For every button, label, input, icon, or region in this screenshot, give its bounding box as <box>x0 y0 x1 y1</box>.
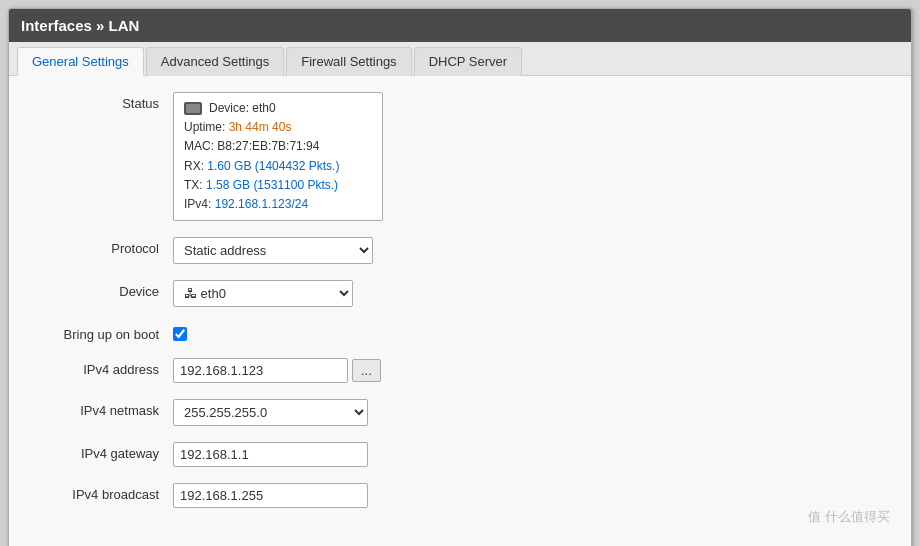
watermark: 值 什么值得买 <box>808 508 890 526</box>
ipv4-address-label: IPv4 address <box>33 358 173 377</box>
device-row: Device 🖧 eth0 eth1 <box>33 280 887 307</box>
bring-up-checkbox[interactable] <box>173 327 187 341</box>
ipv4-address-wrap: ... <box>173 358 381 383</box>
status-tx: TX: 1.58 GB (1531100 Pkts.) <box>184 176 372 195</box>
device-select[interactable]: 🖧 eth0 eth1 <box>173 280 353 307</box>
tab-general[interactable]: General Settings <box>17 47 144 76</box>
device-label: Device <box>33 280 173 299</box>
status-uptime: Uptime: 3h 44m 40s <box>184 118 372 137</box>
tab-advanced[interactable]: Advanced Settings <box>146 47 284 76</box>
status-label: Status <box>33 92 173 111</box>
ipv4-broadcast-label: IPv4 broadcast <box>33 483 173 502</box>
status-ipv4: IPv4: 192.168.1.123/24 <box>184 195 372 214</box>
ipv4-gateway-input[interactable] <box>173 442 368 467</box>
ipv4-address-row: IPv4 address ... <box>33 358 887 383</box>
protocol-label: Protocol <box>33 237 173 256</box>
ipv4-netmask-row: IPv4 netmask 255.255.255.0 255.255.0.0 2… <box>33 399 887 426</box>
status-device: Device: eth0 <box>184 99 372 118</box>
ipv4-gateway-row: IPv4 gateway <box>33 442 887 467</box>
ipv4-address-input[interactable] <box>173 358 348 383</box>
status-rx: RX: 1.60 GB (1404432 Pkts.) <box>184 157 372 176</box>
ipv4-netmask-label: IPv4 netmask <box>33 399 173 418</box>
status-box: Device: eth0 Uptime: 3h 44m 40s MAC: B8:… <box>173 92 383 221</box>
protocol-select[interactable]: Static address DHCP client PPPoE None <box>173 237 373 264</box>
ipv4-gateway-label: IPv4 gateway <box>33 442 173 461</box>
ipv4-address-dots-button[interactable]: ... <box>352 359 381 382</box>
tab-bar: General Settings Advanced Settings Firew… <box>9 42 911 76</box>
tab-firewall[interactable]: Firewall Settings <box>286 47 411 76</box>
protocol-row: Protocol Static address DHCP client PPPo… <box>33 237 887 264</box>
status-row: Status Device: eth0 Uptime: 3h 44m 40s M… <box>33 92 887 221</box>
tab-dhcp[interactable]: DHCP Server <box>414 47 523 76</box>
bring-up-label: Bring up on boot <box>33 323 173 342</box>
page-title: Interfaces » LAN <box>21 17 139 34</box>
eth-icon <box>184 102 202 115</box>
status-mac: MAC: B8:27:EB:7B:71:94 <box>184 137 372 156</box>
ipv4-broadcast-input[interactable] <box>173 483 368 508</box>
ipv4-netmask-select[interactable]: 255.255.255.0 255.255.0.0 255.0.0.0 <box>173 399 368 426</box>
ipv4-broadcast-row: IPv4 broadcast <box>33 483 887 508</box>
bring-up-row: Bring up on boot <box>33 323 887 342</box>
